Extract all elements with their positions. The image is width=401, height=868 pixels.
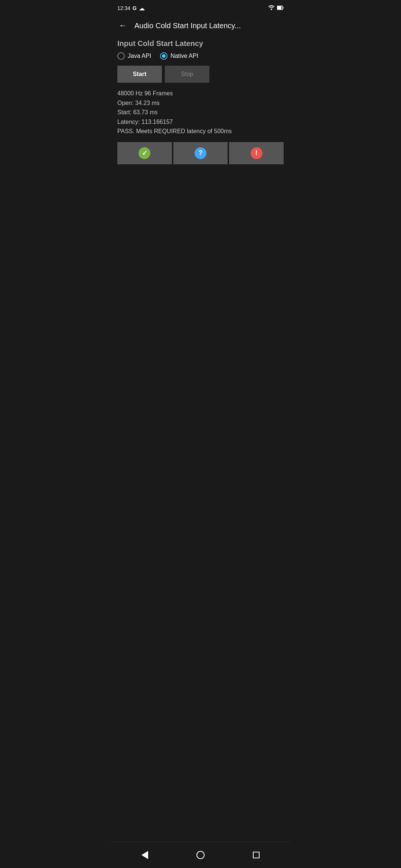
- status-time: 12:34: [117, 5, 130, 11]
- nav-recents-button[interactable]: [250, 849, 263, 861]
- checkmark-icon: ✓: [142, 149, 147, 157]
- exclamation-icon: !: [255, 149, 258, 157]
- radio-selected-dot: [162, 54, 166, 58]
- back-button[interactable]: ←: [117, 19, 128, 32]
- recents-square-icon: [253, 852, 260, 858]
- app-bar: ← Audio Cold Start Input Latency...: [111, 15, 290, 36]
- status-bar: 12:34 G ☁: [111, 0, 290, 15]
- java-api-radio[interactable]: [117, 52, 125, 60]
- battery-icon: [277, 5, 284, 11]
- status-right: [268, 5, 284, 11]
- status-left: 12:34 G ☁: [117, 5, 145, 12]
- cloud-icon: ☁: [139, 5, 145, 12]
- back-arrow-icon: ←: [119, 21, 127, 30]
- pass-status-button[interactable]: ✓: [117, 142, 172, 164]
- nav-home-button[interactable]: [193, 848, 208, 862]
- google-icon: G: [133, 5, 137, 11]
- main-content: Input Cold Start Latency Java API Native…: [111, 36, 290, 842]
- svg-rect-3: [283, 7, 284, 9]
- result-pass: PASS. Meets REQUIRED latency of 500ms: [117, 126, 284, 136]
- app-bar-title: Audio Cold Start Input Latency...: [134, 22, 241, 30]
- question-status-button[interactable]: ?: [173, 142, 228, 164]
- home-circle-icon: [196, 851, 205, 859]
- questionmark-icon: ?: [199, 149, 203, 157]
- wifi-icon: [268, 5, 275, 11]
- fail-icon: !: [251, 147, 263, 159]
- results-section: 48000 Hz 96 Frames Open: 34.23 ms Start:…: [117, 89, 284, 136]
- svg-rect-2: [277, 6, 281, 9]
- status-buttons-row: ✓ ? !: [117, 142, 284, 164]
- result-start: Start: 63.73 ms: [117, 108, 284, 117]
- native-api-option[interactable]: Native API: [160, 52, 198, 60]
- java-api-option[interactable]: Java API: [117, 52, 151, 60]
- fail-status-button[interactable]: !: [229, 142, 284, 164]
- nav-bar: [111, 842, 290, 868]
- stop-button[interactable]: Stop: [165, 66, 209, 83]
- result-latency: Latency: 113.166157: [117, 117, 284, 127]
- java-api-label: Java API: [128, 53, 151, 59]
- question-icon: ?: [195, 147, 206, 159]
- pass-icon: ✓: [138, 147, 150, 159]
- result-open: Open: 34.23 ms: [117, 98, 284, 108]
- start-button[interactable]: Start: [117, 66, 162, 83]
- native-api-label: Native API: [170, 53, 198, 59]
- back-triangle-icon: [141, 851, 148, 859]
- native-api-radio[interactable]: [160, 52, 167, 60]
- action-buttons-row: Start Stop: [117, 66, 284, 83]
- svg-point-0: [271, 9, 272, 10]
- section-title: Input Cold Start Latency: [117, 39, 284, 48]
- radio-group: Java API Native API: [117, 52, 284, 60]
- nav-back-button[interactable]: [138, 848, 151, 862]
- result-hz-frames: 48000 Hz 96 Frames: [117, 89, 284, 98]
